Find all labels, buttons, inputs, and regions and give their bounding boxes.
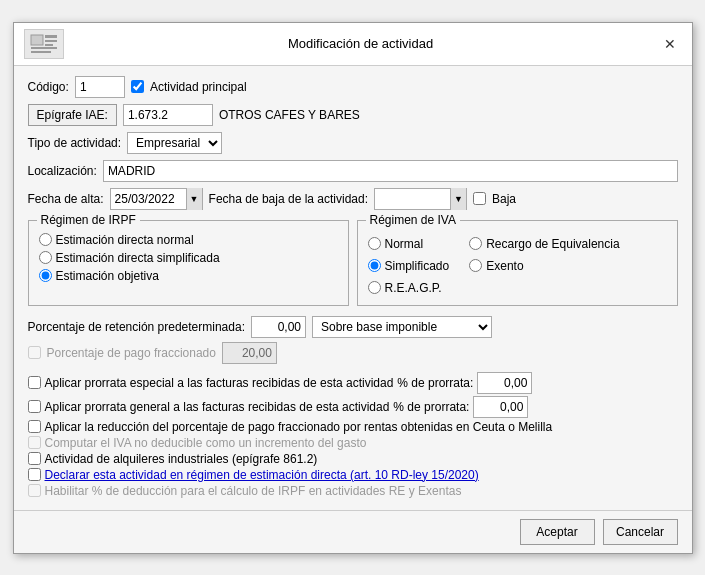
- retencion-input[interactable]: [251, 316, 306, 338]
- codigo-input[interactable]: [75, 76, 125, 98]
- iva-no-deducible-label: Computar el IVA no deducible como un inc…: [45, 436, 367, 450]
- pago-fraccionado-checkbox[interactable]: [28, 346, 41, 359]
- fecha-baja-field[interactable]: ▼: [374, 188, 467, 210]
- tipo-label: Tipo de actividad:: [28, 136, 122, 150]
- localizacion-input[interactable]: [103, 160, 678, 182]
- iva-radio-exento[interactable]: [469, 259, 482, 272]
- sobre-select[interactable]: Sobre base imponible Sobre total factura: [312, 316, 492, 338]
- iva-label-exento: Exento: [486, 259, 523, 273]
- pct-section: Porcentaje de retención predeterminada: …: [28, 316, 678, 364]
- fecha-baja-input[interactable]: [375, 189, 450, 209]
- iva-label-reagp: R.E.A.G.P.: [385, 281, 442, 295]
- svg-rect-2: [45, 40, 57, 42]
- aceptar-button[interactable]: Aceptar: [520, 519, 595, 545]
- fecha-alta-input[interactable]: [111, 189, 186, 209]
- prorrata-especial-pct-input[interactable]: [477, 372, 532, 394]
- iva-option-recargo: Recargo de Equivalencia: [469, 237, 619, 251]
- irpf-label-1: Estimación directa normal: [56, 233, 194, 247]
- iva-radio-reagp[interactable]: [368, 281, 381, 294]
- iva-col2: Recargo de Equivalencia Exento: [469, 233, 619, 299]
- epigrafe-button[interactable]: Epígrafe IAE:: [28, 104, 117, 126]
- reduccion-ceuta-checkbox[interactable]: [28, 420, 41, 433]
- fecha-baja-arrow[interactable]: ▼: [450, 188, 466, 210]
- codigo-label: Código:: [28, 80, 69, 94]
- irpf-label-3: Estimación objetiva: [56, 269, 159, 283]
- irpf-group: Régimen de IRPF Estimación directa norma…: [28, 220, 349, 306]
- actividad-principal-checkbox[interactable]: [131, 80, 144, 93]
- prorrata-especial-checkbox[interactable]: [28, 376, 41, 389]
- irpf-title: Régimen de IRPF: [37, 213, 140, 227]
- icon-svg: [29, 33, 59, 55]
- localizacion-row: Localización:: [28, 160, 678, 182]
- codigo-row: Código: Actividad principal: [28, 76, 678, 98]
- svg-rect-4: [31, 47, 57, 49]
- alquileres-checkbox[interactable]: [28, 452, 41, 465]
- irpf-options: Estimación directa normal Estimación dir…: [39, 233, 338, 283]
- baja-label: Baja: [492, 192, 516, 206]
- irpf-label-2: Estimación directa simplificada: [56, 251, 220, 265]
- iva-label-recargo: Recargo de Equivalencia: [486, 237, 619, 251]
- epigrafe-row: Epígrafe IAE: OTROS CAFES Y BARES: [28, 104, 678, 126]
- habilitar-deduccion-checkbox[interactable]: [28, 484, 41, 497]
- fecha-alta-field[interactable]: ▼: [110, 188, 203, 210]
- title-bar-center: Modificación de actividad: [64, 36, 658, 51]
- iva-radio-recargo[interactable]: [469, 237, 482, 250]
- svg-rect-3: [45, 44, 53, 46]
- cb-iva-no-deducible: Computar el IVA no deducible como un inc…: [28, 436, 678, 450]
- iva-option-simplificado: Simplificado: [368, 259, 450, 273]
- reduccion-ceuta-label: Aplicar la reducción del porcentaje de p…: [45, 420, 553, 434]
- actividad-principal-label: Actividad principal: [150, 80, 247, 94]
- retencion-label: Porcentaje de retención predeterminada:: [28, 320, 245, 334]
- svg-rect-1: [45, 35, 57, 38]
- iva-label-simplificado: Simplificado: [385, 259, 450, 273]
- fecha-alta-arrow[interactable]: ▼: [186, 188, 202, 210]
- iva-title: Régimen de IVA: [366, 213, 461, 227]
- iva-options: Normal Simplificado R.E.A.G.P.: [368, 233, 667, 299]
- iva-group: Régimen de IVA Normal Simplificado: [357, 220, 678, 306]
- pago-fraccionado-row: Porcentaje de pago fraccionado: [28, 342, 678, 364]
- dialog-title: Modificación de actividad: [288, 36, 433, 51]
- alquileres-label: Actividad de alquileres industriales (ep…: [45, 452, 318, 466]
- prorrata-general-label: Aplicar prorrata general a las facturas …: [45, 400, 390, 414]
- cb-reduccion-ceuta: Aplicar la reducción del porcentaje de p…: [28, 420, 678, 434]
- habilitar-deduccion-label: Habilitar % de deducción para el cálculo…: [45, 484, 462, 498]
- cb-prorrata-especial: Aplicar prorrata especial a las facturas…: [28, 372, 678, 394]
- localizacion-label: Localización:: [28, 164, 97, 178]
- title-bar: Modificación de actividad ✕: [14, 23, 692, 66]
- iva-radio-simplificado[interactable]: [368, 259, 381, 272]
- cb-alquileres: Actividad de alquileres industriales (ep…: [28, 452, 678, 466]
- cancelar-button[interactable]: Cancelar: [603, 519, 678, 545]
- irpf-option-2: Estimación directa simplificada: [39, 251, 338, 265]
- cb-declarar-estimacion: Declarar esta actividad en régimen de es…: [28, 468, 678, 482]
- iva-radio-normal[interactable]: [368, 237, 381, 250]
- dialog-footer: Aceptar Cancelar: [14, 510, 692, 553]
- iva-option-reagp: R.E.A.G.P.: [368, 281, 450, 295]
- regime-sections: Régimen de IRPF Estimación directa norma…: [28, 220, 678, 306]
- retencion-row: Porcentaje de retención predeterminada: …: [28, 316, 678, 338]
- baja-checkbox[interactable]: [473, 192, 486, 205]
- declarar-estimacion-label: Declarar esta actividad en régimen de es…: [45, 468, 479, 482]
- pago-fraccionado-input[interactable]: [222, 342, 277, 364]
- epigrafe-desc: OTROS CAFES Y BARES: [219, 108, 360, 122]
- checkboxes-section: Aplicar prorrata especial a las facturas…: [28, 370, 678, 500]
- irpf-radio-2[interactable]: [39, 251, 52, 264]
- fecha-baja-label: Fecha de baja de la actividad:: [209, 192, 368, 206]
- prorrata-general-checkbox[interactable]: [28, 400, 41, 413]
- iva-col1: Normal Simplificado R.E.A.G.P.: [368, 233, 450, 299]
- svg-rect-0: [31, 35, 43, 45]
- epigrafe-input[interactable]: [123, 104, 213, 126]
- declarar-estimacion-checkbox[interactable]: [28, 468, 41, 481]
- irpf-radio-1[interactable]: [39, 233, 52, 246]
- close-button[interactable]: ✕: [658, 34, 682, 54]
- fecha-alta-label: Fecha de alta:: [28, 192, 104, 206]
- fechas-row: Fecha de alta: ▼ Fecha de baja de la act…: [28, 188, 678, 210]
- iva-option-normal: Normal: [368, 237, 450, 251]
- prorrata-general-pct-input[interactable]: [473, 396, 528, 418]
- pago-fraccionado-label: Porcentaje de pago fraccionado: [47, 346, 216, 360]
- irpf-radio-3[interactable]: [39, 269, 52, 282]
- iva-option-exento: Exento: [469, 259, 619, 273]
- iva-label-normal: Normal: [385, 237, 424, 251]
- tipo-select[interactable]: Empresarial Profesional: [127, 132, 222, 154]
- iva-no-deducible-checkbox[interactable]: [28, 436, 41, 449]
- dialog: Modificación de actividad ✕ Código: Acti…: [13, 22, 693, 554]
